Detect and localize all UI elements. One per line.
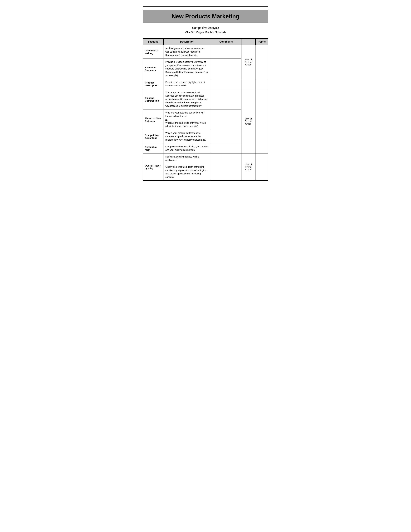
desc-competitive: Why is your product better than the comp… <box>163 130 211 143</box>
points-product <box>255 79 268 89</box>
comments-existing <box>211 89 241 109</box>
main-title-box: New Products Marketing <box>143 10 268 23</box>
desc-executive: Provide a 1 page Executive Summary of yo… <box>163 59 211 79</box>
points-existing <box>255 89 268 153</box>
points-overall <box>255 153 268 181</box>
section-product: ProductDescription <box>143 79 163 89</box>
comments-competitive <box>211 130 241 143</box>
top-border <box>143 6 268 7</box>
section-grammar: Grammar & Writing <box>143 45 163 59</box>
main-title: New Products Marketing <box>146 13 265 20</box>
grade-product <box>241 79 255 89</box>
italic-executive: Executive Summary <box>183 61 203 63</box>
comments-threat <box>211 109 241 130</box>
table-row: ExistingCompetition Who are your current… <box>143 89 268 109</box>
table-row: Overall PaperQuality Reflects a quality … <box>143 153 268 181</box>
desc-perceptual: Computer-Made chart plotting your produc… <box>163 143 211 153</box>
section-perceptual: PerceptualMap <box>143 143 163 153</box>
section-competitive: CompetitiveAdvantage <box>143 130 163 143</box>
desc-overall: Reflects a quality business writing appl… <box>163 153 211 181</box>
grade-overall: 50% of Overall Grade <box>241 153 255 181</box>
header-points: Points <box>255 38 268 45</box>
subtitle: Competitive Analysis (3 – 3.5 Pages Doub… <box>143 26 268 35</box>
rubric-table: Sections Description Comments Points Gra… <box>143 38 268 181</box>
underline-or: or <box>165 118 167 121</box>
bold-unique: unique <box>181 101 189 104</box>
points-grammar <box>255 45 268 79</box>
subtitle-line1: Competitive Analysis <box>143 26 268 30</box>
comments-product <box>211 79 241 89</box>
subtitle-line2: (3 – 3.5 Pages Double Spaced) <box>143 30 268 35</box>
header-description: Description <box>163 38 211 45</box>
header-grade <box>241 38 255 45</box>
desc-grammar: Avoided grammatical errors, sentences we… <box>163 45 211 59</box>
comments-perceptual <box>211 143 241 153</box>
desc-existing: Who are your current competitors? Descri… <box>163 89 211 109</box>
section-existing: ExistingCompetition <box>143 89 163 109</box>
header-sections: Sections <box>143 38 163 45</box>
section-overall: Overall PaperQuality <box>143 153 163 181</box>
table-row: Grammar & Writing Avoided grammatical er… <box>143 45 268 59</box>
table-row: ProductDescription Describe the product.… <box>143 79 268 89</box>
desc-threat: Who are your potential competitors? (if … <box>163 109 211 130</box>
section-threat: Threat of NewEntrants <box>143 109 163 130</box>
comments-executive <box>211 59 241 79</box>
comments-overall <box>211 153 241 181</box>
comments-grammar <box>211 45 241 59</box>
desc-product: Describe the product. Highlight relevant… <box>163 79 211 89</box>
section-executive: ExecutiveSummary <box>143 59 163 79</box>
grade-grammar: 25% of Overall Grade <box>241 45 255 79</box>
underline-products: products <box>195 95 204 97</box>
grade-existing: 25% of Overall Grade <box>241 89 255 153</box>
header-comments: Comments <box>211 38 241 45</box>
